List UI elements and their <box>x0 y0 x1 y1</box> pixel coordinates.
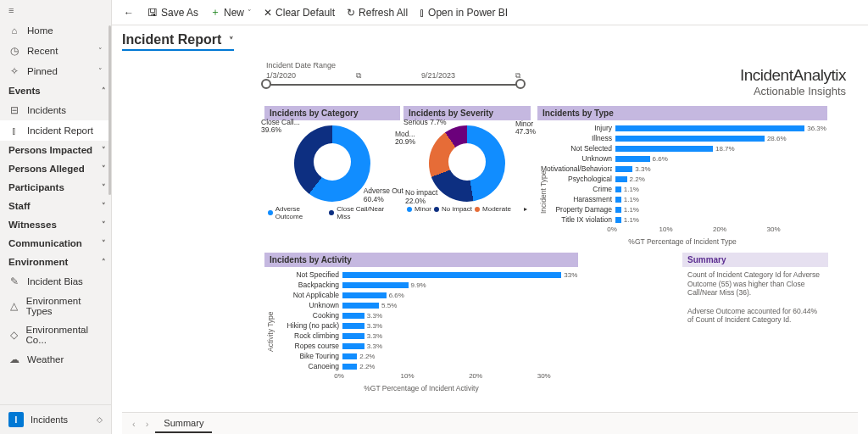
chevron-down-icon: ˅ <box>229 36 234 46</box>
bar-row: Backpacking9.9% <box>268 281 575 289</box>
bar-row: Harassment1.1% <box>541 195 824 203</box>
slider-track[interactable] <box>266 84 520 86</box>
sidebar-section-persons-alleged[interactable]: Persons Alleged˅ <box>0 159 111 178</box>
sidebar-item-environmental-co---[interactable]: ◇Environmental Co... <box>0 320 111 349</box>
sidebar-item-weather[interactable]: ☁Weather <box>0 349 111 370</box>
bar-row: Ropes course3.3% <box>268 342 575 350</box>
bar-row: Bike Touring2.2% <box>268 352 575 360</box>
bar-row: Not Applicable6.6% <box>268 291 575 299</box>
plus-icon: ＋ <box>210 5 220 19</box>
chevron-down-icon: ˅ <box>248 8 252 17</box>
sidebar-item-home[interactable]: ⌂Home <box>0 20 111 41</box>
sidebar-footer[interactable]: I Incidents ◇ <box>0 404 111 434</box>
y-axis-label: Incident Type <box>539 171 548 214</box>
nav-icon: ⫿ <box>8 125 20 136</box>
tab-prev[interactable]: ‹ <box>129 419 139 429</box>
bar-row: Psychological2.2% <box>541 175 824 183</box>
slider-thumb-start[interactable] <box>261 79 271 89</box>
tile-summary[interactable]: Summary Count of Incident Category Id fo… <box>682 253 828 328</box>
summary-text: Adverse Outcome accounted for 60.44% of … <box>687 307 823 325</box>
bar-row: Cooking3.3% <box>268 311 575 320</box>
slider-thumb-end[interactable] <box>515 79 526 89</box>
bar-row: Crime1.1% <box>541 185 824 193</box>
refresh-all-button[interactable]: ↻Refresh All <box>347 7 408 19</box>
sidebar-section-witnesses[interactable]: Witnesses˅ <box>0 215 111 234</box>
summary-text: Count of Incident Category Id for Advers… <box>687 270 823 298</box>
clear-default-button[interactable]: ✕Clear Default <box>264 7 335 19</box>
tile-header: Incidents by Activity <box>264 253 578 267</box>
sidebar-scrollbar[interactable] <box>108 25 111 195</box>
bar-row: Motivational/Behavioral3.3% <box>541 164 824 173</box>
sidebar-item-incident-bias[interactable]: ✎Incident Bias <box>0 271 111 292</box>
nav-icon: ✎ <box>8 275 20 287</box>
sidebar-item-pinned[interactable]: ✧Pinned˅ <box>0 61 111 81</box>
bar-row: Injury36.3% <box>541 124 824 132</box>
nav-icon: ☁ <box>8 353 20 365</box>
bar-row: Not Selected18.7% <box>541 144 824 153</box>
nav-icon: △ <box>8 300 19 312</box>
refresh-icon: ↻ <box>347 7 355 19</box>
nav-icon: ◷ <box>8 45 20 57</box>
sidebar-section-events[interactable]: Events˄ <box>0 81 111 100</box>
tab-next[interactable]: › <box>142 419 153 429</box>
x-axis-label: %GT Percentage of Incident Type <box>537 237 827 246</box>
sidebar-item-environment-types[interactable]: △Environment Types <box>0 292 111 320</box>
powerbi-icon: ⫿ <box>420 7 425 19</box>
new-button[interactable]: ＋New˅ <box>210 5 252 19</box>
bar-row: Hiking (no pack)3.3% <box>268 321 575 330</box>
sidebar-section-participants[interactable]: Participants˅ <box>0 178 111 197</box>
tile-incidents-by-category[interactable]: Incidents by Category Close Call...39.6%… <box>264 106 400 224</box>
tile-header: Summary <box>682 253 828 267</box>
sidebar-section-communication[interactable]: Communication˅ <box>0 234 111 253</box>
bar-row: Property Damage1.1% <box>541 205 824 214</box>
save-icon: 🖫 <box>147 7 158 19</box>
hamburger-icon[interactable]: ≡ <box>0 0 111 20</box>
nav-icon: ⌂ <box>8 25 20 36</box>
left-sidebar: ≡ ⌂Home◷Recent˅✧Pinned˅ Events˄ ⊟Inciden… <box>0 0 112 434</box>
bar-row: Illness28.6% <box>541 134 824 142</box>
back-button[interactable]: ← <box>122 7 136 19</box>
nav-icon: ⊟ <box>8 104 20 116</box>
nav-icon: ✧ <box>8 65 20 77</box>
tile-header: Incidents by Type <box>537 106 827 120</box>
bar-row: Canoeing2.2% <box>268 362 575 370</box>
x-axis-label: %GT Percentage of Incident Activity <box>264 384 578 392</box>
bar-row: Title IX violation1.1% <box>541 215 824 224</box>
report-page-tabs: ‹ › Summary <box>122 412 858 434</box>
brand: IncidentAnalytix Actionable Insights <box>740 66 846 97</box>
toolbar: ← 🖫Save As ＋New˅ ✕Clear Default ↻Refresh… <box>112 0 868 25</box>
tile-incidents-by-activity[interactable]: Incidents by Activity Activity Type Not … <box>264 253 578 392</box>
sidebar-item-incidents[interactable]: ⊟Incidents <box>0 100 111 120</box>
save-as-button[interactable]: 🖫Save As <box>147 7 198 19</box>
bar-row: Unknown6.6% <box>541 154 824 163</box>
tile-incidents-by-type[interactable]: Incidents by Type Incident Type Injury36… <box>537 106 827 246</box>
nav-icon: ◇ <box>8 329 19 341</box>
sidebar-section-environment[interactable]: Environment˄ <box>0 253 111 271</box>
app-square-icon: I <box>8 412 24 427</box>
tab-summary[interactable]: Summary <box>155 415 212 433</box>
sidebar-item-recent[interactable]: ◷Recent˅ <box>0 41 111 61</box>
bar-row: Unknown5.5% <box>268 301 575 309</box>
tile-incidents-by-severity[interactable]: Incidents by Severity Serious 7.7% Mod..… <box>403 106 531 216</box>
report-area: IncidentAnalytix Actionable Insights Inc… <box>122 59 858 434</box>
sidebar-section-persons-impacted[interactable]: Persons Impacted˅ <box>0 141 111 159</box>
y-axis-label: Activity Type <box>266 311 275 352</box>
open-powerbi-button[interactable]: ⫿Open in Power BI <box>420 7 508 19</box>
bar-row: Rock climbing3.3% <box>268 331 575 340</box>
bar-row: Not Specified33% <box>268 270 575 279</box>
sidebar-item-incident-report[interactable]: ⫿Incident Report <box>0 120 111 141</box>
date-range-slicer[interactable]: Incident Date Range 1/3/2020⧉9/21/2023⧉ <box>266 61 520 86</box>
close-icon: ✕ <box>264 7 272 19</box>
sidebar-section-staff[interactable]: Staff˅ <box>0 197 111 215</box>
page-title[interactable]: Incident Report ˅ <box>122 32 234 51</box>
